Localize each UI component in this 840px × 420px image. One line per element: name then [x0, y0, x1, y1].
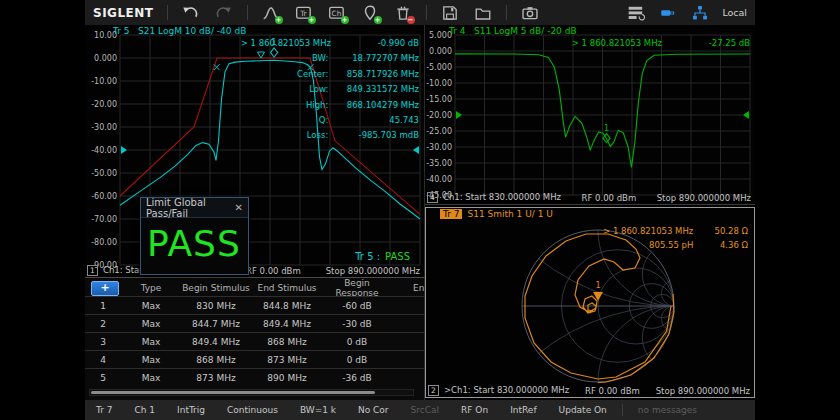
global-pass-indicator: PASS — [141, 218, 248, 270]
add-marker-icon[interactable]: + — [360, 3, 380, 23]
limit-table-row[interactable]: 4Max868 MHz873 MHz0 dB — [85, 350, 424, 368]
scrollbar-thumb[interactable] — [91, 391, 375, 394]
add-trace-icon[interactable]: Tr + — [294, 3, 314, 23]
statusbar-item-intref[interactable]: IntRef — [499, 405, 547, 415]
table-cell: 2 — [85, 319, 121, 329]
y-tick-label: -10.00 — [426, 79, 452, 88]
table-cell: 5 — [85, 373, 121, 383]
local-button[interactable]: Local — [722, 7, 747, 18]
s21-plot-window[interactable]: 10.000.000-10.00-20.00-30.00-40.00-50.00… — [85, 25, 425, 278]
save-icon[interactable] — [440, 3, 460, 23]
statusbar-item-ch-1[interactable]: Ch 1 — [123, 405, 166, 415]
toolbar-separator — [426, 5, 427, 20]
table-cell: 844.8 MHz — [251, 301, 323, 311]
active-trace-chip[interactable]: Tr 7 — [440, 209, 462, 219]
reactance-arc — [598, 208, 750, 306]
column-header: Begin Stimulus — [181, 283, 251, 293]
add-limit-row-button[interactable]: + — [91, 281, 119, 296]
statusbar-item-rf-on[interactable]: RF On — [450, 405, 499, 415]
reactance-arc — [457, 306, 754, 397]
screenshot-camera-icon[interactable] — [520, 3, 540, 23]
table-cell: 873 MHz — [251, 355, 323, 365]
y-tick-label: -5.000 — [426, 63, 452, 72]
limit-table-row[interactable]: 1Max830 MHz844.8 MHz-60 dB — [85, 296, 424, 314]
ref-level-marker — [121, 146, 127, 154]
marker-readout-line: > 1 860.821053 MHz 50.28 Ω — [603, 224, 748, 238]
marker-readout-line: > 1 860.821053 MHz-0.990 dB — [241, 36, 419, 51]
statusbar-item-inttrig[interactable]: IntTrig — [166, 405, 216, 415]
toolbar-separator — [247, 5, 248, 20]
undo-icon[interactable] — [181, 3, 201, 23]
y-tick-label: 0.000 — [94, 54, 117, 63]
statusbar-item-no-cor[interactable]: No Cor — [347, 405, 400, 415]
window-number-badge: 1 — [87, 265, 98, 276]
table-cell: 868 MHz — [251, 337, 323, 347]
column-header: Begin Response — [323, 278, 391, 296]
table-cell: 849.4 MHz — [181, 337, 251, 347]
limit-table-body: 1Max830 MHz844.8 MHz-60 dB2Max844.7 MHz8… — [85, 296, 424, 386]
y-tick-label: 0.000 — [429, 47, 452, 56]
reactance-arc — [598, 306, 750, 397]
ref-level-marker — [413, 146, 419, 154]
smith-trace-outer — [598, 294, 674, 383]
plus-badge: + — [341, 16, 349, 24]
limit-passfail-dialog[interactable]: Limit Global Pass/Fail ✕ PASS — [140, 197, 249, 275]
table-cell: 0 dB — [323, 337, 391, 347]
reactance-arc — [457, 208, 754, 306]
s21-trace-header[interactable]: Tr 5 S21 LogM 10 dB/ -40 dB — [113, 26, 246, 36]
y-tick-label: -25.00 — [426, 127, 452, 136]
add-peak-icon[interactable]: + — [261, 3, 281, 23]
s21-pass-indicator: Tr 5 :PASS — [355, 251, 410, 262]
y-tick-label: -30.00 — [91, 123, 117, 132]
lan-icon[interactable] — [690, 3, 710, 23]
statusbar-item-continuous[interactable]: Continuous — [216, 405, 289, 415]
limit-table-row[interactable]: 5Max873 MHz890 MHz-36 dB — [85, 368, 424, 386]
rf-power-label: RF 0.00 dBm — [582, 193, 637, 203]
smith-chart-window[interactable]: 1 Tr 7 S11 Smith 1 U/ 1 U > 1 860.821053… — [425, 207, 755, 398]
window-number-badge: 2 — [428, 385, 439, 396]
y-tick-label: -40.00 — [426, 175, 452, 184]
table-cell: 3 — [85, 337, 121, 347]
statusbar-item-bw-1-k[interactable]: BW=1 k — [289, 405, 347, 415]
limit-table-row[interactable]: 2Max844.7 MHz849.4 MHz-30 dB — [85, 314, 424, 332]
window-number-badge: 4 — [427, 192, 438, 203]
usb-icon[interactable] — [658, 3, 678, 23]
plus-badge: + — [308, 16, 316, 24]
minus-badge: − — [407, 16, 415, 24]
svg-text:Tr: Tr — [299, 8, 306, 17]
horizontal-scrollbar[interactable] — [89, 389, 414, 396]
recall-folder-icon[interactable] — [473, 3, 493, 23]
delete-icon[interactable]: − — [393, 3, 413, 23]
table-cell: -36 dB — [323, 373, 391, 383]
column-header: Type — [121, 283, 181, 293]
s11-trace-header[interactable]: Tr 4 S11 LogM 5 dB/ -20 dB — [449, 26, 577, 36]
result-trace-label: Tr 5 : — [355, 251, 380, 262]
statusbar-item-srccal[interactable]: SrcCal — [400, 405, 450, 415]
statusbar-item-update-on[interactable]: Update On — [548, 405, 618, 415]
message-area: no messages — [627, 405, 708, 415]
limit-table-row[interactable]: 3Max849.4 MHz868 MHz0 dB — [85, 332, 424, 350]
column-header: End Stimulus — [251, 283, 323, 293]
table-cell: Max — [121, 301, 181, 311]
close-icon[interactable]: ✕ — [235, 202, 243, 213]
stop-freq-label: Stop 890.000000 MHz — [657, 193, 751, 203]
y-tick-label: -30.00 — [426, 143, 452, 152]
redo-icon[interactable] — [214, 3, 234, 23]
add-channel-icon[interactable]: Ch + — [327, 3, 347, 23]
marker-readout-line: BW: 18.772707 MHz — [241, 51, 419, 66]
s11-plot-canvas: 5.0000.000-5.000-10.00-15.00-20.00-25.00… — [425, 25, 753, 203]
marker-number-label: 1 — [595, 281, 600, 290]
vna-app: SIGLENT + Tr + Ch + + − — [85, 0, 755, 420]
y-tick-label: -15.00 — [426, 95, 452, 104]
window-layout-icon[interactable] — [626, 3, 646, 23]
result-value: PASS — [385, 251, 410, 262]
marker-readout-line: Q: 45.743 — [241, 113, 419, 128]
statusbar-item-tr-7[interactable]: Tr 7 — [85, 405, 123, 415]
toolbar-separator — [506, 5, 507, 20]
stop-freq-label: Stop 890.000000 MHz — [326, 266, 420, 276]
y-tick-label: -60.00 — [91, 192, 117, 201]
s11-plot-window[interactable]: 5.0000.000-5.000-10.00-15.00-20.00-25.00… — [425, 25, 755, 205]
table-cell: 1 — [85, 301, 121, 311]
marker-readout-line: Low: 849.331572 MHz — [241, 82, 419, 97]
smith-trace-header[interactable]: Tr 7 S11 Smith 1 U/ 1 U — [440, 209, 553, 219]
